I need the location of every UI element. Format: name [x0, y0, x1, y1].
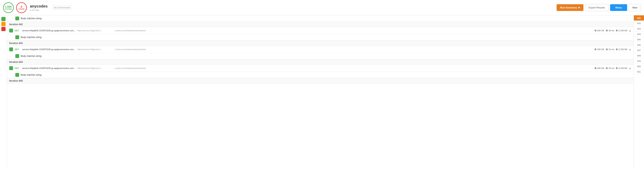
sidebar-icons: [0, 15, 7, 169]
size-dot-843: [616, 48, 618, 50]
time-indicator-842: 30 ms: [606, 29, 614, 32]
passed-label: PASSED: [5, 8, 12, 10]
url-path-844: ...centcs.com/release/report/article: [114, 67, 593, 69]
iter-num-850[interactable]: 850: [634, 64, 644, 69]
iter-num-841[interactable]: 841: [634, 15, 644, 21]
test-label-842: Body matches string: [21, 36, 42, 39]
iter-num-843[interactable]: 843: [634, 26, 644, 32]
time-dot-843: [606, 48, 608, 50]
retry-button[interactable]: Retry: [610, 4, 627, 11]
method-badge-844: GET: [14, 67, 21, 69]
url-secondary-844: http://service-62glooo6-1...: [78, 67, 112, 69]
size-indicator-843: 3.159 KB: [616, 48, 627, 51]
sidebar-icon-green[interactable]: [1, 17, 6, 21]
top-test-row: Body matches string: [7, 15, 634, 22]
status-code-844: 200 OK: [597, 67, 604, 69]
iteration-label-845: Iteration 845: [9, 80, 23, 82]
time-dot-842: [606, 30, 608, 32]
status-code-842: 200 OK: [597, 29, 604, 32]
request-status-icon-842: [9, 29, 13, 33]
request-status-icon-843: [9, 47, 13, 51]
iter-num-849[interactable]: 849: [634, 58, 644, 64]
header: 1.00K PASSED 0 FAILED anycodes a min ago…: [0, 0, 644, 15]
main-layout: Body matches string Iteration 842 GET se…: [0, 15, 644, 169]
iter-num-848[interactable]: 848: [634, 53, 644, 58]
test-pass-icon: [15, 17, 19, 20]
iter-num-851[interactable]: 851: [634, 69, 644, 75]
passed-badge: 1.00K PASSED: [3, 2, 14, 13]
time-842: 30 ms: [608, 29, 614, 32]
export-results-button[interactable]: Export Results: [585, 4, 608, 11]
url-secondary-843: http://service-62glooo6-1...: [78, 48, 112, 51]
failed-badge: 0 FAILED: [16, 2, 27, 13]
iter-num-846[interactable]: 846: [634, 42, 644, 48]
expand-button-844[interactable]: ▲: [629, 67, 631, 70]
iter-num-845[interactable]: 845: [634, 37, 644, 42]
status-dot-842: [594, 30, 596, 32]
test-pass-icon-842: [15, 35, 19, 39]
url-primary-843: service-hhbpj9e6-1253970226.gz.apigw.ten…: [22, 48, 76, 51]
test-pass-icon-843: [15, 54, 19, 58]
test-label-843: Body matches string: [21, 55, 42, 57]
env-badge[interactable]: No Environment: [52, 6, 72, 10]
time-844: 33 ms: [608, 67, 614, 69]
iteration-header-843: Iteration 843: [7, 41, 634, 46]
url-primary-844: service-hhbpj9e6-1253970226.gz.apigw.ten…: [22, 67, 76, 69]
expand-button-843[interactable]: ▲: [629, 48, 631, 51]
expand-button-842[interactable]: ▲: [629, 29, 631, 32]
iter-num-844[interactable]: 844: [634, 32, 644, 37]
size-dot-842: [616, 30, 618, 32]
method-badge-843: GET: [14, 48, 21, 51]
test-row-843: Body matches string: [7, 53, 634, 59]
iteration-header-844: Iteration 844: [7, 59, 634, 65]
iter-num-847[interactable]: 847: [634, 48, 644, 53]
new-button[interactable]: New: [629, 4, 641, 11]
iteration-label-842: Iteration 842: [9, 23, 23, 26]
status-indicator-842: 200 OK: [594, 29, 604, 32]
sidebar-icon-red[interactable]: [1, 27, 6, 31]
status-indicator-844: 200 OK: [594, 67, 604, 69]
run-summary-button[interactable]: Run Summary ▶: [556, 4, 584, 11]
app-info: anycodes a min ago: [30, 4, 48, 11]
time-indicator-844: 33 ms: [606, 67, 614, 69]
status-code-843: 200 OK: [597, 48, 604, 51]
time-indicator-843: 31 ms: [606, 48, 614, 51]
status-dot-844: [594, 67, 596, 69]
passed-count: 1.00K: [5, 5, 12, 8]
request-row-844[interactable]: GET service-hhbpj9e6-1253970226.gz.apigw…: [7, 65, 634, 72]
test-pass-icon-844: [15, 73, 19, 77]
app-container: 1.00K PASSED 0 FAILED anycodes a min ago…: [0, 0, 644, 169]
test-row-844: Body matches string: [7, 72, 634, 78]
iteration-header-842: Iteration 842: [7, 22, 634, 27]
app-meta: a min ago: [30, 9, 48, 11]
url-secondary-842: http://service-62glooo6-1...: [78, 29, 112, 32]
iter-num-842[interactable]: 842: [634, 21, 644, 26]
url-path-843: ...centcs.com/release/report/article: [114, 48, 593, 51]
content-area: Body matches string Iteration 842 GET se…: [7, 15, 634, 169]
method-badge-842: GET: [14, 29, 21, 32]
top-test-label: Body matches string: [21, 17, 42, 20]
url-path-842: ...centcs.com/release/report/article: [114, 29, 593, 32]
test-row-842: Body matches string: [7, 34, 634, 41]
request-status-icon-844: [9, 66, 13, 70]
app-name: anycodes: [30, 4, 48, 9]
time-843: 31 ms: [608, 48, 614, 51]
failed-count: 0: [21, 5, 22, 8]
size-indicator-842: 3.159 KB: [616, 29, 627, 32]
request-row-842[interactable]: GET service-hhbpj9e6-1253970226.gz.apigw…: [7, 27, 634, 34]
iteration-numbers-panel: 841 842 843 844 845 846 847 848: [634, 15, 644, 169]
run-summary-label: Run Summary: [560, 6, 577, 9]
url-primary-842: service-hhbpj9e6-1253970226.gz.apigw.ten…: [22, 29, 76, 32]
run-summary-arrow-icon: ▶: [578, 6, 580, 9]
iteration-label-843: Iteration 843: [9, 42, 23, 45]
sidebar-icon-orange[interactable]: [1, 22, 6, 26]
size-indicator-844: 3.159 KB: [616, 67, 627, 69]
iteration-label-844: Iteration 844: [9, 61, 23, 63]
status-indicator-843: 200 OK: [594, 48, 604, 51]
request-row-843[interactable]: GET service-hhbpj9e6-1253970226.gz.apigw…: [7, 46, 634, 53]
test-label-844: Body matches string: [21, 74, 42, 76]
size-dot-844: [616, 67, 618, 69]
size-844: 3.159 KB: [618, 67, 627, 69]
status-dot-843: [594, 48, 596, 50]
time-dot-844: [606, 67, 608, 69]
